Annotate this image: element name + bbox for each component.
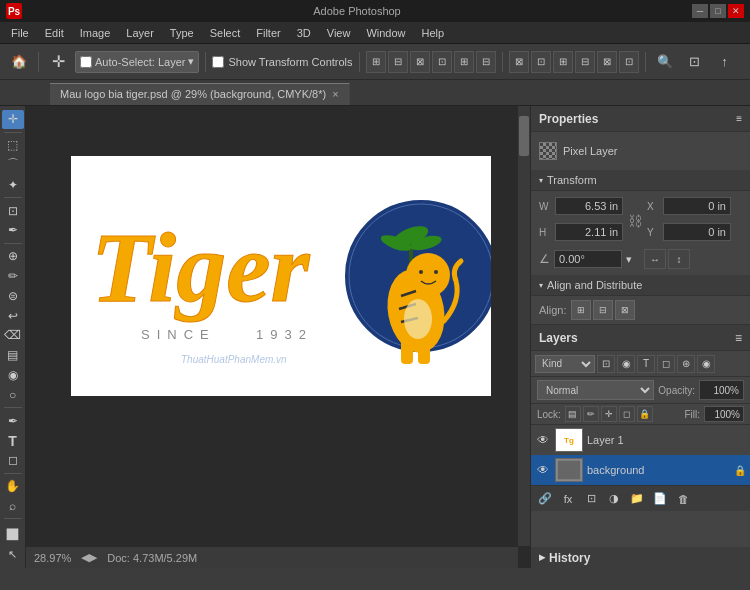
move-tool[interactable]: ✛ xyxy=(2,110,24,129)
lock-all-btn[interactable]: 🔒 xyxy=(637,406,653,422)
delete-layer-button[interactable]: 🗑 xyxy=(673,489,693,509)
toolbar-extra-1[interactable]: ⊠ xyxy=(509,51,529,73)
chain-link-icon[interactable]: ⛓ xyxy=(627,206,643,236)
menu-3d[interactable]: 3D xyxy=(290,25,318,41)
move-tool-icon[interactable]: ✛ xyxy=(45,49,71,75)
maximize-button[interactable]: □ xyxy=(710,4,726,18)
document-tab[interactable]: Mau logo bia tiger.psd @ 29% (background… xyxy=(50,83,350,105)
menu-help[interactable]: Help xyxy=(415,25,452,41)
show-transform-check[interactable]: Show Transform Controls xyxy=(212,56,352,68)
menu-filter[interactable]: Filter xyxy=(249,25,287,41)
angle-dropdown-arrow[interactable]: ▾ xyxy=(626,253,632,266)
layer-mask-button[interactable]: ⊡ xyxy=(581,489,601,509)
align-center-icon[interactable]: ⊟ xyxy=(388,51,408,73)
pen-tool[interactable]: ✒ xyxy=(2,411,24,430)
canvas-area[interactable]: Tiger SINCE 1932 xyxy=(26,106,530,568)
fill-input[interactable] xyxy=(704,406,744,422)
lasso-tool[interactable]: ⌒ xyxy=(2,156,24,175)
share-icon[interactable]: ↑ xyxy=(712,49,738,75)
width-input[interactable] xyxy=(555,197,623,215)
magic-wand-tool[interactable]: ✦ xyxy=(2,175,24,194)
align-center-btn[interactable]: ⊟ xyxy=(593,300,613,320)
opacity-input[interactable] xyxy=(699,380,744,400)
transform-section-title[interactable]: ▾ Transform xyxy=(531,170,750,191)
arrow-tool[interactable]: ↖ xyxy=(2,545,24,564)
eraser-tool[interactable]: ⌫ xyxy=(2,326,24,345)
align-middle-icon[interactable]: ⊞ xyxy=(454,51,474,73)
brush-tool[interactable]: ✏ xyxy=(2,266,24,285)
lock-position-btn[interactable]: ✛ xyxy=(601,406,617,422)
y-input[interactable] xyxy=(663,223,731,241)
angle-input[interactable] xyxy=(554,250,622,268)
x-input[interactable] xyxy=(663,197,731,215)
align-right-icon[interactable]: ⊠ xyxy=(410,51,430,73)
layer1-visibility-eye[interactable]: 👁 xyxy=(535,432,551,448)
table-row[interactable]: 👁 Tg Layer 1 xyxy=(531,425,750,455)
align-bottom-icon[interactable]: ⊟ xyxy=(476,51,496,73)
stamp-tool[interactable]: ⊜ xyxy=(2,286,24,305)
flip-v-button[interactable]: ↕ xyxy=(668,249,690,269)
toolbar-extra-4[interactable]: ⊟ xyxy=(575,51,595,73)
minimize-button[interactable]: ─ xyxy=(692,4,708,18)
align-section-title[interactable]: ▾ Align and Distribute xyxy=(531,275,750,296)
blend-mode-dropdown[interactable]: Normal xyxy=(537,380,654,400)
bg-visibility-eye[interactable]: 👁 xyxy=(535,462,551,478)
new-group-button[interactable]: 📁 xyxy=(627,489,647,509)
filter-toggle-icon[interactable]: ◉ xyxy=(697,355,715,373)
auto-select-checkbox[interactable] xyxy=(80,56,92,68)
lock-artboard-btn[interactable]: ◻ xyxy=(619,406,635,422)
lock-transparent-btn[interactable]: ▤ xyxy=(565,406,581,422)
foreground-color[interactable]: ◼ xyxy=(2,522,24,544)
window-controls[interactable]: ─ □ ✕ xyxy=(692,4,744,18)
lock-pixels-btn[interactable]: ✏ xyxy=(583,406,599,422)
menu-select[interactable]: Select xyxy=(203,25,248,41)
menu-image[interactable]: Image xyxy=(73,25,118,41)
gradient-tool[interactable]: ▤ xyxy=(2,346,24,365)
filter-shape-icon[interactable]: ◻ xyxy=(657,355,675,373)
crop-tool[interactable]: ⊡ xyxy=(2,201,24,220)
toolbar-extra-3[interactable]: ⊞ xyxy=(553,51,573,73)
adjustment-layer-button[interactable]: ◑ xyxy=(604,489,624,509)
tab-close-button[interactable]: × xyxy=(332,88,338,100)
filter-pixel-icon[interactable]: ⊡ xyxy=(597,355,615,373)
menu-view[interactable]: View xyxy=(320,25,358,41)
hand-tool[interactable]: ✋ xyxy=(2,477,24,496)
type-tool[interactable]: T xyxy=(2,431,24,450)
menu-layer[interactable]: Layer xyxy=(119,25,161,41)
history-header[interactable]: ▶ History xyxy=(531,546,750,568)
auto-select-dropdown[interactable]: Auto-Select: Layer ▾ xyxy=(75,51,199,73)
healing-tool[interactable]: ⊕ xyxy=(2,247,24,266)
toolbar-extra-6[interactable]: ⊡ xyxy=(619,51,639,73)
link-layers-button[interactable]: 🔗 xyxy=(535,489,555,509)
toolbar-extra-2[interactable]: ⊡ xyxy=(531,51,551,73)
canvas-scrollbar-vertical[interactable] xyxy=(518,106,530,546)
menu-file[interactable]: File xyxy=(4,25,36,41)
layer-effects-button[interactable]: fx xyxy=(558,489,578,509)
new-layer-button[interactable]: 📄 xyxy=(650,489,670,509)
filter-type-icon[interactable]: T xyxy=(637,355,655,373)
properties-pin[interactable]: ≡ xyxy=(736,113,742,124)
canvas-scroll-thumb[interactable] xyxy=(519,116,529,156)
blur-tool[interactable]: ◉ xyxy=(2,366,24,385)
filter-adjust-icon[interactable]: ◉ xyxy=(617,355,635,373)
search-icon[interactable]: 🔍 xyxy=(652,49,678,75)
align-right-btn[interactable]: ⊠ xyxy=(615,300,635,320)
align-left-icon[interactable]: ⊞ xyxy=(366,51,386,73)
history-brush-tool[interactable]: ↩ xyxy=(2,306,24,325)
toolbar-extra-5[interactable]: ⊠ xyxy=(597,51,617,73)
transform-checkbox[interactable] xyxy=(212,56,224,68)
align-left-btn[interactable]: ⊞ xyxy=(571,300,591,320)
menu-edit[interactable]: Edit xyxy=(38,25,71,41)
table-row[interactable]: 👁 background 🔒 xyxy=(531,455,750,485)
layers-menu-icon[interactable]: ≡ xyxy=(735,331,742,345)
layer-dropdown-arrow[interactable]: ▾ xyxy=(188,55,194,68)
filter-smart-icon[interactable]: ⊛ xyxy=(677,355,695,373)
flip-h-button[interactable]: ↔ xyxy=(644,249,666,269)
marquee-tool[interactable]: ⬚ xyxy=(2,136,24,155)
dodge-tool[interactable]: ○ xyxy=(2,386,24,405)
shape-tool[interactable]: ◻ xyxy=(2,451,24,470)
zoom-tool[interactable]: ⌕ xyxy=(2,496,24,515)
align-top-icon[interactable]: ⊡ xyxy=(432,51,452,73)
menu-window[interactable]: Window xyxy=(359,25,412,41)
close-button[interactable]: ✕ xyxy=(728,4,744,18)
